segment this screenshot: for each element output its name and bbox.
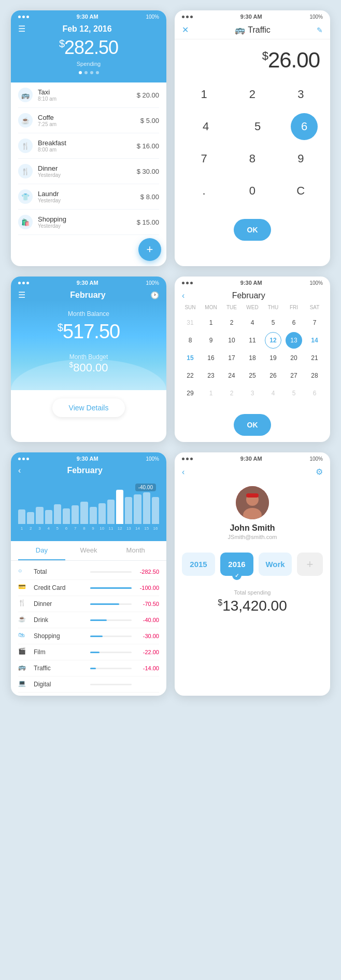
list-item[interactable]: 🍴 Dinner Yesterday $ 30.00 bbox=[18, 159, 159, 184]
status-time: 9:30 AM bbox=[240, 456, 262, 462]
calendar-header-days: SUN MON TUE WED THU FRI SAT bbox=[180, 305, 325, 310]
add-button[interactable]: + bbox=[138, 238, 161, 261]
cal-day[interactable]: 8 bbox=[182, 332, 198, 349]
cal-week: 31 1 2 4 5 6 7 bbox=[180, 314, 325, 331]
key-3[interactable]: 3 bbox=[282, 81, 319, 108]
year-tab-work[interactable]: Work bbox=[259, 553, 292, 576]
cal-day[interactable]: 20 bbox=[286, 350, 302, 366]
cal-day[interactable]: 6 bbox=[286, 314, 302, 331]
chart-annotation: -40.00 bbox=[135, 484, 156, 491]
bar bbox=[90, 507, 97, 524]
close-icon[interactable]: ✕ bbox=[182, 25, 189, 35]
cal-day[interactable]: 28 bbox=[306, 367, 323, 384]
cal-day[interactable]: 24 bbox=[223, 367, 240, 384]
list-item[interactable]: 👕 Laundr Yesterday $ 8.00 bbox=[18, 184, 159, 210]
cal-day[interactable]: 21 bbox=[306, 350, 323, 366]
cal-day[interactable]: 1 bbox=[203, 385, 219, 402]
year-selector: 2015 2016 ✓ Work + bbox=[175, 545, 330, 579]
tab-day[interactable]: Day bbox=[18, 541, 65, 560]
back-icon[interactable]: ‹ bbox=[182, 467, 184, 477]
cal-day[interactable]: 26 bbox=[265, 367, 281, 384]
key-2[interactable]: 2 bbox=[234, 81, 271, 108]
bar bbox=[107, 500, 115, 524]
cal-day[interactable]: 16 bbox=[203, 350, 219, 366]
menu-icon[interactable]: ☰ bbox=[18, 24, 25, 34]
cal-day[interactable]: 17 bbox=[223, 350, 240, 366]
cal-day[interactable]: 5 bbox=[286, 385, 302, 402]
settings-icon[interactable]: ⚙ bbox=[316, 467, 323, 477]
cal-day[interactable]: 7 bbox=[306, 314, 323, 331]
cal-day[interactable]: 1 bbox=[203, 314, 219, 331]
tab-week[interactable]: Week bbox=[65, 541, 112, 560]
key-8[interactable]: 8 bbox=[234, 145, 271, 172]
calendar-header: ‹ February bbox=[175, 288, 330, 305]
cal-day[interactable]: 11 bbox=[244, 332, 261, 349]
back-icon[interactable]: ‹ bbox=[18, 466, 21, 475]
key-1[interactable]: 1 bbox=[186, 81, 223, 108]
year-tab-2016[interactable]: 2016 ✓ bbox=[220, 553, 253, 576]
key-7[interactable]: 7 bbox=[186, 145, 223, 172]
key-0[interactable]: 0 bbox=[234, 177, 271, 204]
key-5[interactable]: 5 bbox=[239, 113, 276, 140]
key-clear[interactable]: C bbox=[282, 177, 319, 204]
list-item[interactable]: ☕ Coffe 7:25 am $ 5.00 bbox=[18, 108, 159, 133]
creditcard-icon: 💳 bbox=[18, 583, 31, 592]
total-label: Total spending bbox=[182, 589, 323, 596]
cal-week: 8 9 10 11 12 13 14 bbox=[180, 332, 325, 349]
cal-day[interactable]: 5 bbox=[265, 314, 281, 331]
battery-label: 100% bbox=[146, 456, 159, 462]
key-dot[interactable]: . bbox=[186, 177, 223, 204]
svg-rect-2 bbox=[246, 493, 259, 498]
cal-day[interactable]: 19 bbox=[265, 350, 281, 366]
calendar: SUN MON TUE WED THU FRI SAT 31 1 2 4 5 6… bbox=[175, 305, 330, 408]
list-item[interactable]: 🍴 Breakfast 8:00 am $ 16.00 bbox=[18, 133, 159, 159]
tab-month[interactable]: Month bbox=[112, 541, 159, 560]
cal-day-selected[interactable]: 13 bbox=[286, 332, 302, 349]
cal-day[interactable]: 31 bbox=[182, 314, 198, 331]
cal-day-today[interactable]: 12 bbox=[265, 332, 281, 349]
key-9[interactable]: 9 bbox=[282, 145, 319, 172]
cal-day[interactable]: 4 bbox=[244, 314, 261, 331]
cal-day[interactable]: 14 bbox=[306, 332, 323, 349]
cal-day[interactable]: 27 bbox=[286, 367, 302, 384]
list-item[interactable]: 🚌 Taxi 8:10 am $ 20.00 bbox=[18, 82, 159, 108]
add-year-button[interactable]: + bbox=[297, 553, 323, 576]
key-4[interactable]: 4 bbox=[187, 113, 224, 140]
cal-day[interactable]: 6 bbox=[306, 385, 323, 402]
view-details-button[interactable]: View Details bbox=[52, 398, 125, 417]
cal-day[interactable]: 15 bbox=[182, 350, 198, 366]
digital-icon: 💻 bbox=[18, 680, 31, 689]
menu-icon[interactable]: ☰ bbox=[18, 290, 25, 300]
breakfast-icon: 🍴 bbox=[18, 139, 33, 153]
cal-day[interactable]: 25 bbox=[244, 367, 261, 384]
key-6[interactable]: 6 bbox=[291, 113, 318, 140]
calendar-ok-button[interactable]: OK bbox=[234, 414, 271, 436]
signal-dots bbox=[18, 282, 29, 284]
cal-day[interactable]: 2 bbox=[223, 385, 240, 402]
cal-day[interactable]: 3 bbox=[244, 385, 261, 402]
cal-day[interactable]: 22 bbox=[182, 367, 198, 384]
battery-label: 100% bbox=[309, 456, 323, 462]
back-icon[interactable]: ‹ bbox=[182, 291, 184, 300]
cal-day[interactable]: 29 bbox=[182, 385, 198, 402]
cal-day[interactable]: 23 bbox=[203, 367, 219, 384]
battery-label: 100% bbox=[146, 280, 159, 286]
status-time: 9:30 AM bbox=[240, 13, 262, 20]
year-tab-2015[interactable]: 2015 bbox=[182, 553, 215, 576]
laundry-icon: 👕 bbox=[18, 189, 33, 204]
cal-day[interactable]: 18 bbox=[244, 350, 261, 366]
cal-day[interactable]: 9 bbox=[203, 332, 219, 349]
chart-header: ‹ February bbox=[11, 464, 166, 479]
edit-icon[interactable]: ✎ bbox=[317, 26, 323, 34]
profile-email: JSmith@smith.com bbox=[175, 534, 330, 540]
ok-button[interactable]: OK bbox=[234, 219, 271, 241]
row-2: 9:30 AM 100% ☰ February 🕐 Month Balance … bbox=[10, 277, 331, 442]
cal-day[interactable]: 10 bbox=[223, 332, 240, 349]
status-bar-4: 9:30 AM 100% bbox=[175, 277, 330, 288]
total-amount: $13,420.00 bbox=[182, 598, 323, 614]
chart-month: February bbox=[67, 466, 102, 475]
cal-day[interactable]: 4 bbox=[265, 385, 281, 402]
clock-icon[interactable]: 🕐 bbox=[150, 291, 159, 299]
list-item[interactable]: 🛍️ Shopping Yesterday $ 15.00 bbox=[18, 210, 159, 235]
cal-day[interactable]: 2 bbox=[223, 314, 240, 331]
